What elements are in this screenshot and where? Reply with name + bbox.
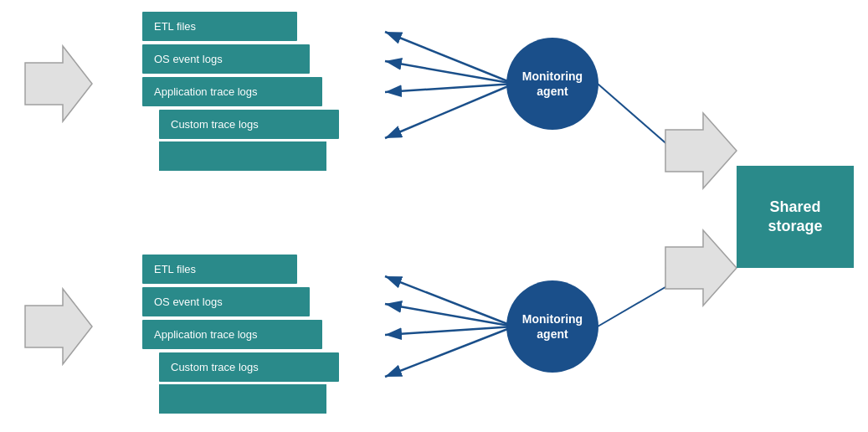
shared-storage-label: Shared storage [745,198,845,237]
diagram: ETL files OS event logs Application trac… [0,0,868,432]
top-log-stack: ETL files OS event logs Application trac… [142,12,326,171]
top-os-box: OS event logs [142,44,310,74]
line-bot-custom [385,327,514,377]
bottom-etl-label: ETL files [154,263,196,275]
bottom-output-arrow [665,230,737,306]
top-output-arrow [665,113,737,188]
top-etl-label: ETL files [154,20,196,33]
bottom-app-box: Application trace logs [142,320,322,349]
line-bot-os [385,304,514,327]
line-top-app [385,84,514,92]
line-top-etl [385,32,514,84]
top-input-arrow [25,46,92,121]
bottom-agent-label: Monitoring agent [506,311,598,342]
bottom-etl-box: ETL files [142,255,297,284]
line-bot-to-storage [598,285,670,327]
top-agent-label: Monitoring agent [506,69,598,99]
line-top-os [385,61,514,84]
line-top-to-storage [598,84,670,147]
top-os-label: OS event logs [154,53,223,65]
line-bot-app [385,327,514,335]
line-bot-etl [385,276,514,327]
top-custom-box: Custom trace logs [159,110,339,139]
bottom-log-stack: ETL files OS event logs Application trac… [142,255,326,414]
bottom-custom-box: Custom trace logs [159,352,339,382]
top-custom-label: Custom trace logs [171,118,259,131]
top-etl-box: ETL files [142,12,297,41]
top-app-box: Application trace logs [142,77,322,106]
top-app-label: Application trace logs [154,85,258,98]
bottom-app-label: Application trace logs [154,328,258,341]
bottom-os-box: OS event logs [142,287,310,316]
bottom-os-label: OS event logs [154,296,223,308]
line-top-custom [385,84,514,138]
shared-storage-box: Shared storage [737,166,854,268]
bottom-agent-circle: Monitoring agent [506,280,598,373]
bottom-custom-label: Custom trace logs [171,361,259,373]
top-agent-circle: Monitoring agent [506,38,598,130]
bottom-input-arrow [25,289,92,364]
